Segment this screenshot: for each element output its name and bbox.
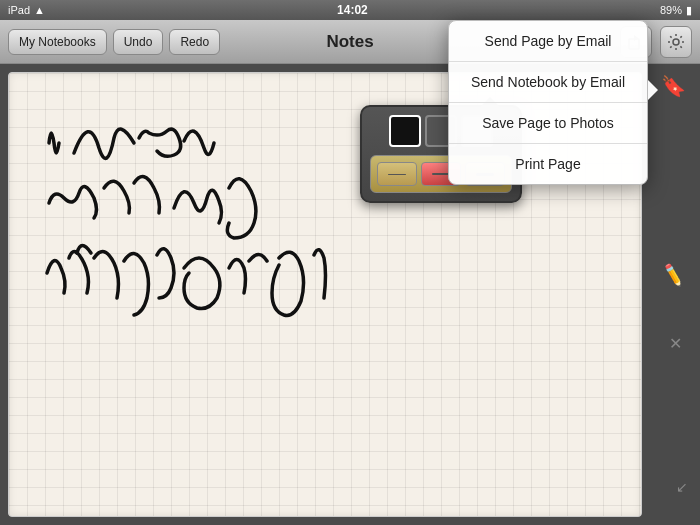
popover-arrow	[648, 80, 658, 100]
bookmark-icon[interactable]: 🔖	[661, 74, 686, 98]
main-area: Send Page by Email Send Notebook by Emai…	[0, 64, 700, 525]
size-small-button[interactable]	[377, 162, 417, 186]
popover-menu: Send Page by Email Send Notebook by Emai…	[448, 20, 648, 185]
battery-label: 89%	[660, 4, 682, 16]
navigation-arrow-icon[interactable]: ↙	[676, 479, 688, 495]
send-notebook-email-button[interactable]: Send Notebook by Email	[449, 62, 647, 103]
status-bar: iPad ▲ 14:02 89% ▮	[0, 0, 700, 20]
svg-point-1	[673, 39, 679, 45]
undo-button[interactable]: Undo	[113, 29, 164, 55]
settings-icon[interactable]	[660, 26, 692, 58]
save-page-photos-button[interactable]: Save Page to Photos	[449, 103, 647, 144]
sidebar: 🔖 ✏️ ✕ ↙	[650, 64, 700, 525]
color-black[interactable]	[389, 115, 421, 147]
status-time: 14:02	[337, 3, 368, 17]
clear-icon[interactable]: ✕	[669, 334, 682, 353]
page-title: Notes	[326, 32, 373, 52]
send-page-email-button[interactable]: Send Page by Email	[449, 21, 647, 62]
size-small-indicator	[388, 174, 406, 175]
print-page-button[interactable]: Print Page	[449, 144, 647, 184]
popover-content: Send Page by Email Send Notebook by Emai…	[448, 20, 648, 185]
wifi-icon: ▲	[34, 4, 45, 16]
my-notebooks-button[interactable]: My Notebooks	[8, 29, 107, 55]
pencil-icon[interactable]: ✏️	[660, 262, 687, 289]
redo-button[interactable]: Redo	[169, 29, 220, 55]
carrier-label: iPad	[8, 4, 30, 16]
battery-icon: ▮	[686, 4, 692, 17]
